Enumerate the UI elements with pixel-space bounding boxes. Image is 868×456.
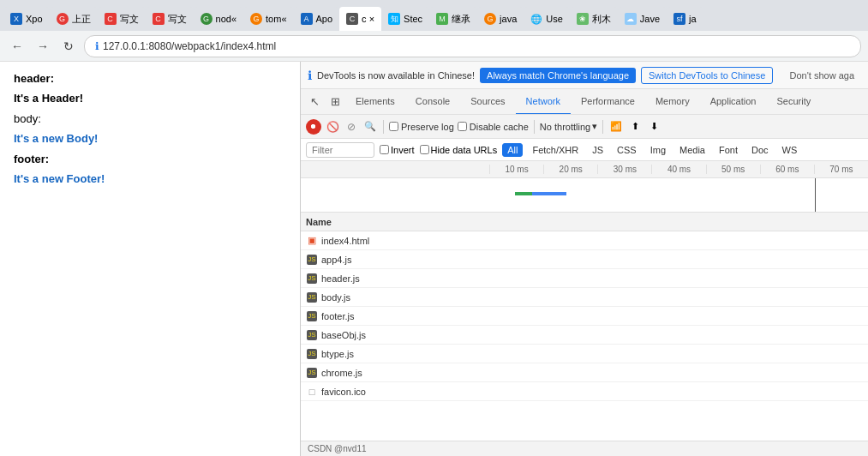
filter-type-all[interactable]: All (502, 143, 523, 157)
file-icon-btypejs: JS (306, 348, 318, 360)
elements-icon-button[interactable]: ⊞ (325, 92, 345, 112)
tab-14[interactable]: sf ja (667, 7, 703, 31)
hide-data-urls-input[interactable] (420, 145, 429, 154)
tab-label-8: Stec (404, 14, 422, 24)
filter-type-ws[interactable]: WS (778, 144, 802, 156)
filter-type-js[interactable]: JS (588, 144, 608, 156)
page-footer-value: It's a new Footer! (14, 169, 286, 189)
reload-button[interactable]: ↻ (58, 36, 79, 57)
preserve-log-input[interactable] (389, 122, 398, 131)
file-icon-chromejs: JS (306, 367, 318, 379)
file-row-index4html[interactable]: ▣ index4.html (301, 231, 868, 250)
invert-checkbox[interactable]: Invert (380, 145, 415, 155)
file-row-baseobjjs[interactable]: JS baseObj.js (301, 326, 868, 345)
upload-icon: ⬆ (627, 119, 643, 135)
page-body-label: body: (14, 109, 286, 129)
filter-type-fetch[interactable]: Fetch/XHR (528, 144, 583, 156)
tab-2[interactable]: C 写文 (98, 7, 146, 31)
throttle-arrow: ▾ (592, 121, 597, 132)
filter-type-media[interactable]: Media (675, 144, 709, 156)
tab-application[interactable]: Application (700, 89, 767, 115)
page-body-value: It's a new Body! (14, 129, 286, 148)
preserve-log-checkbox[interactable]: Preserve log (389, 122, 454, 132)
tab-memory[interactable]: Memory (645, 89, 700, 115)
tab-favicon-13: ☁ (625, 13, 637, 25)
tab-favicon-xpo: X (10, 13, 22, 25)
tab-label-3: 写文 (168, 13, 187, 26)
tab-elements[interactable]: Elements (345, 89, 405, 115)
hide-data-urls-checkbox[interactable]: Hide data URLs (420, 145, 498, 155)
file-row-faviconico[interactable]: □ favicon.ico (301, 382, 868, 401)
network-toolbar: ⏺ 🚫 ⊘ 🔍 Preserve log Disable cache No th… (301, 115, 868, 139)
tab-9[interactable]: M 继承 (429, 7, 477, 31)
file-row-footerjs[interactable]: JS footer.js (301, 307, 868, 326)
timeline-bar-area (301, 178, 868, 213)
tab-performance-label: Performance (581, 96, 635, 106)
filter-type-doc[interactable]: Doc (747, 144, 773, 156)
file-name-footerjs: footer.js (321, 311, 355, 321)
tab-xpo[interactable]: X Xpo (3, 7, 50, 31)
tab-label-5: tom« (266, 14, 286, 24)
tab-security[interactable]: Security (766, 89, 821, 115)
timeline-header: 10 ms 20 ms 30 ms 40 ms 50 ms 60 ms 70 m… (301, 161, 868, 178)
file-name-faviconico: favicon.ico (321, 387, 366, 397)
invert-input[interactable] (380, 145, 389, 154)
name-header-label: Name (306, 217, 332, 227)
tab-label-6: Apo (316, 14, 333, 24)
file-row-headerjs[interactable]: JS header.js (301, 269, 868, 288)
back-button[interactable]: ← (7, 36, 27, 57)
tab-12[interactable]: ❀ 利木 (570, 7, 618, 31)
file-list[interactable]: ▣ index4.html JS app4.js JS header.js JS… (301, 231, 868, 441)
disable-cache-input[interactable] (458, 122, 467, 131)
status-bar-text: CSDN @nvd11 (308, 444, 367, 453)
tab-memory-label: Memory (655, 96, 690, 106)
notification-close-button[interactable]: Don't show aga (783, 68, 861, 83)
timeline-mark-10: 10 ms (489, 165, 543, 174)
clear-button[interactable]: 🚫 (325, 119, 340, 135)
tab-sources[interactable]: Sources (460, 89, 515, 115)
tab-console[interactable]: Console (405, 89, 460, 115)
devtools-tabs-bar: ↖ ⊞ Elements Console Sources Network Per… (301, 89, 868, 115)
file-row-chromejs[interactable]: JS chrome.js (301, 363, 868, 382)
tab-6[interactable]: A Apo (294, 7, 340, 31)
forward-button[interactable]: → (33, 36, 53, 57)
file-row-app4js[interactable]: JS app4.js (301, 250, 868, 269)
timeline-mark-30: 30 ms (597, 165, 651, 174)
file-row-btypejs[interactable]: JS btype.js (301, 345, 868, 363)
throttle-dropdown[interactable]: No throttling ▾ (540, 121, 597, 132)
tab-label-1: 上正 (72, 13, 91, 26)
tab-favicon-9: M (436, 13, 448, 25)
file-row-bodyjs[interactable]: JS body.js (301, 288, 868, 307)
tab-8[interactable]: 知 Stec (381, 7, 429, 31)
timeline-mark-40: 40 ms (651, 165, 705, 174)
tab-network[interactable]: Network (516, 89, 571, 115)
tab-10[interactable]: G java (477, 7, 524, 31)
tab-5[interactable]: G tom« (243, 7, 293, 31)
filter-type-img[interactable]: Img (646, 144, 670, 156)
disable-cache-checkbox[interactable]: Disable cache (458, 122, 529, 132)
tab-4[interactable]: G nod« (194, 7, 243, 31)
tab-1[interactable]: G 上正 (50, 7, 98, 31)
timeline-mark-20: 20 ms (543, 165, 597, 174)
cursor-icon-button[interactable]: ↖ (304, 92, 325, 112)
filter-input[interactable] (306, 142, 374, 158)
tab-application-label: Application (710, 96, 757, 106)
tab-favicon-10: G (484, 13, 496, 25)
tab-performance[interactable]: Performance (571, 89, 645, 115)
filter-type-font[interactable]: Font (715, 144, 742, 156)
switch-devtools-button[interactable]: Switch DevTools to Chinese (641, 67, 773, 84)
tab-favicon-active: C (346, 13, 358, 25)
url-bar[interactable]: ℹ 127.0.0.1:8080/webpack1/index4.html (84, 35, 861, 57)
tab-13[interactable]: ☁ Jave (618, 7, 667, 31)
match-language-button[interactable]: Always match Chrome's language (480, 68, 636, 83)
record-button[interactable]: ⏺ (306, 119, 321, 135)
search-icon-button[interactable]: 🔍 (362, 119, 378, 135)
tab-label-9: 继承 (452, 13, 470, 26)
tab-11[interactable]: 🌐 Use (524, 7, 570, 31)
download-icon: ⬇ (646, 119, 661, 135)
filter-icon-button[interactable]: ⊘ (344, 119, 359, 135)
tab-active[interactable]: C c × (339, 7, 381, 31)
filter-type-css[interactable]: CSS (613, 144, 641, 156)
filter-bar: Invert Hide data URLs All Fetch/XHR JS C… (301, 139, 868, 161)
tab-3[interactable]: C 写文 (146, 7, 194, 31)
